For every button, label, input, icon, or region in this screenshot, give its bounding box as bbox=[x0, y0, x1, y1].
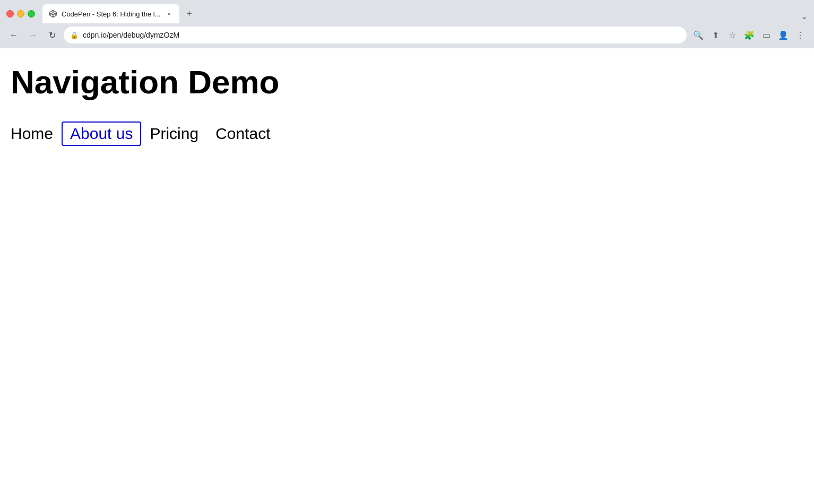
close-traffic-light[interactable] bbox=[6, 10, 14, 18]
forward-button[interactable]: → bbox=[25, 28, 40, 42]
page-title: Navigation Demo bbox=[11, 64, 803, 100]
traffic-lights bbox=[6, 10, 35, 18]
more-button[interactable]: ⋮ bbox=[793, 28, 808, 42]
nav-item-pricing[interactable]: Pricing bbox=[141, 121, 207, 146]
nav-item-home[interactable]: Home bbox=[11, 121, 62, 146]
nav-menu: Home About us Pricing Contact bbox=[11, 121, 803, 146]
active-tab[interactable]: CodePen - Step 6: Hiding the l... × bbox=[42, 4, 179, 23]
extensions-button[interactable]: 🧩 bbox=[742, 28, 757, 42]
tab-bar: CodePen - Step 6: Hiding the l... × + ⌄ bbox=[42, 4, 808, 23]
search-button[interactable]: 🔍 bbox=[691, 28, 706, 42]
refresh-button[interactable]: ↻ bbox=[45, 28, 59, 42]
account-button[interactable]: 👤 bbox=[776, 28, 791, 42]
page-content: Navigation Demo Home About us Pricing Co… bbox=[0, 48, 814, 504]
tab-dropdown-button[interactable]: ⌄ bbox=[801, 11, 808, 21]
url-text: cdpn.io/pen/debug/dymzOzM bbox=[83, 31, 680, 39]
tab-title: CodePen - Step 6: Hiding the l... bbox=[62, 10, 160, 18]
new-tab-button[interactable]: + bbox=[181, 6, 196, 21]
browser-chrome: CodePen - Step 6: Hiding the l... × + ⌄ … bbox=[0, 0, 814, 48]
nav-item-contact[interactable]: Contact bbox=[207, 121, 279, 146]
bookmark-button[interactable]: ☆ bbox=[725, 28, 740, 42]
codepen-tab-icon bbox=[49, 10, 57, 18]
title-bar: CodePen - Step 6: Hiding the l... × + ⌄ bbox=[0, 0, 814, 23]
address-bar[interactable]: 🔒 cdpn.io/pen/debug/dymzOzM bbox=[64, 27, 687, 44]
lock-icon: 🔒 bbox=[70, 31, 79, 39]
address-bar-actions: 🔍 ⬆ ☆ 🧩 ▭ 👤 ⋮ bbox=[691, 28, 808, 42]
sidebar-button[interactable]: ▭ bbox=[759, 28, 774, 42]
nav-item-about[interactable]: About us bbox=[62, 121, 141, 146]
maximize-traffic-light[interactable] bbox=[28, 10, 35, 18]
tab-close-button[interactable]: × bbox=[164, 10, 173, 18]
back-button[interactable]: ← bbox=[6, 28, 21, 42]
address-bar-row: ← → ↻ 🔒 cdpn.io/pen/debug/dymzOzM 🔍 ⬆ ☆ … bbox=[0, 23, 814, 48]
minimize-traffic-light[interactable] bbox=[17, 10, 24, 18]
share-button[interactable]: ⬆ bbox=[708, 28, 723, 42]
